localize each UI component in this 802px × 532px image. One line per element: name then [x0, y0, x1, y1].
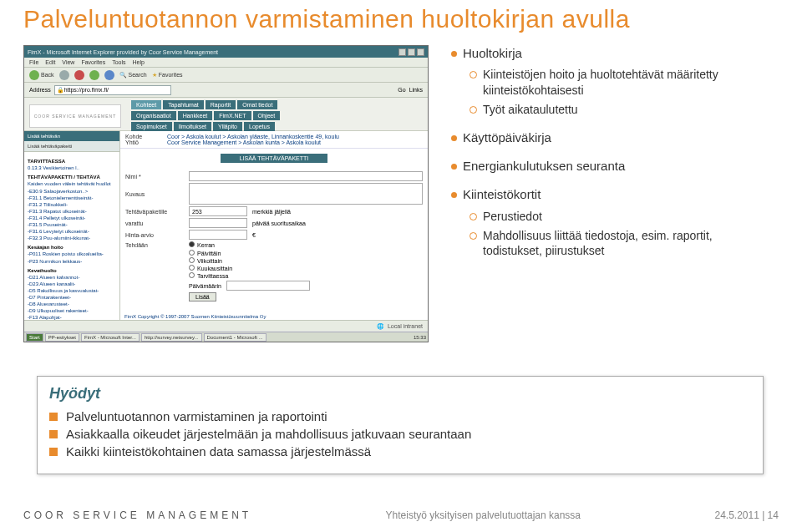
close-icon[interactable]: [417, 48, 424, 56]
back-button[interactable]: Back: [29, 70, 54, 80]
sidebar-item[interactable]: -F31.6 Levytetyt ulkoseinät-: [28, 228, 116, 235]
merkkia-input[interactable]: 253: [189, 206, 247, 216]
nimi-label: Nimi *: [125, 174, 184, 180]
nav-organisaatiot[interactable]: Organisaatiot: [131, 111, 176, 120]
bullet-energiankulutus: Energiankulutuksen seuranta: [451, 158, 785, 175]
varattu-input[interactable]: [189, 218, 247, 228]
nav-tapahtumat[interactable]: Tapahtumat: [163, 100, 204, 109]
kuvaus-label: Kuvaus: [125, 191, 184, 197]
stop-button[interactable]: [74, 70, 84, 80]
bullet-ring-icon: [470, 232, 477, 240]
footer-date-page: 24.5.2011 | 14: [714, 509, 779, 521]
nav-ilmoitukset[interactable]: Ilmoitukset: [174, 122, 211, 131]
sidebar-item[interactable]: -F31.4 Pelletyt ulkoseinät-: [28, 215, 116, 221]
sidebar-item[interactable]: -P23 Nurmikon leikkaus-: [28, 258, 116, 265]
sidebar-item[interactable]: -D21 Alueen kalvannot-: [28, 274, 116, 281]
refresh-button[interactable]: [89, 70, 99, 80]
paketille-label: Tehtäväpaketille: [125, 209, 184, 215]
sidebar-item[interactable]: -P011 Roskien poisto ulkoalueilta-: [28, 251, 116, 257]
sidebar-item[interactable]: -F31.3 Rapatut ulkoseinät-: [28, 208, 116, 215]
yhtio-value[interactable]: Coor Service Management > Askolan kunta …: [167, 139, 321, 145]
taskbar-item[interactable]: http://survey.netsurvey...: [141, 333, 201, 342]
home-button[interactable]: [104, 70, 114, 80]
add-package-button[interactable]: LISÄÄ TEHTÄVÄPAKETTI: [221, 154, 327, 163]
window-controls: [398, 48, 424, 56]
links-label[interactable]: Links: [409, 87, 423, 93]
menu-file[interactable]: File: [29, 59, 38, 65]
address-input[interactable]: 🔒https://pro.fimx.fi/: [54, 85, 171, 95]
sb-head-kesaajan: Kesäajan hoito: [28, 244, 116, 251]
nav-lopetus[interactable]: Lopetus: [244, 122, 275, 131]
go-button[interactable]: Go: [398, 87, 405, 93]
breadcrumb: KohdeCoor > Askola koulut > Askolan yläa…: [120, 131, 428, 149]
menu-view[interactable]: View: [62, 59, 74, 65]
forward-button[interactable]: [59, 70, 69, 80]
sidebar-item[interactable]: -F31.5 Puuseinät-: [28, 221, 116, 228]
sidebar-item[interactable]: -F32.3 Puu-alumiini-ikkunat-: [28, 235, 116, 241]
window-titlebar: FimX - Microsoft Internet Explorer provi…: [24, 46, 428, 58]
sidebar-item[interactable]: -F31.2 Tiilisokkeli-: [28, 201, 116, 208]
sub-bullet: Kiinteistöjen hoito ja huoltotehtävät mä…: [451, 67, 785, 99]
menu-help[interactable]: Help: [133, 59, 145, 65]
menu-tools[interactable]: Tools: [112, 59, 125, 65]
nav-kohteet[interactable]: Kohteet: [131, 100, 161, 109]
nav-ohjeet[interactable]: Ohjeet: [253, 111, 281, 120]
search-button[interactable]: 🔍Search: [119, 72, 147, 79]
maximize-icon[interactable]: [408, 48, 415, 56]
kohde-value[interactable]: Coor > Askola koulut > Askolan yläaste, …: [167, 134, 339, 139]
sidebar-item[interactable]: -D8 Aluevarusteet-: [28, 301, 116, 307]
sidebar-item[interactable]: -D5 Rakollisuus ja kasvualustat-: [28, 287, 116, 294]
hinta-unit: €: [252, 232, 256, 238]
star-icon: ★: [152, 72, 157, 79]
sidebar-tab-lisaa-tehtavan[interactable]: Lisää tehtävän: [24, 131, 119, 141]
sidebar-tab-lisaa-tehtavapaketti[interactable]: Lisää tehtäväpaketti: [24, 141, 119, 152]
minimize-icon[interactable]: [398, 48, 406, 56]
form: Nimi * Kuvaus Tehtäväpaketille253merkkiä…: [120, 168, 428, 305]
benefits-item: Kaikki kiinteistökohtainen data samassa …: [49, 444, 751, 459]
sidebar-item[interactable]: -F31.1 Betonielementtiseinät-: [28, 195, 116, 201]
radio-tarvittaessa[interactable]: [189, 272, 195, 278]
menu-bar: File Edit View Favorites Tools Help: [24, 58, 428, 68]
sidebar-item[interactable]: -D23 Alueen kanaalit-: [28, 281, 116, 287]
nav-omat-tiedot[interactable]: Omat tiedot: [237, 100, 277, 109]
sidebar-item[interactable]: 0.13.3 Vesikiertoinen l..: [28, 165, 116, 171]
radio-kerran[interactable]: [189, 241, 195, 247]
kuvaus-textarea[interactable]: [189, 183, 423, 205]
nav-yllapito[interactable]: Ylläpito: [213, 122, 242, 131]
start-button[interactable]: Start: [26, 333, 43, 342]
taskbar-item[interactable]: Document1 - Microsoft ...: [204, 333, 266, 342]
logo: COOR SERVICE MANAGEMENT: [29, 104, 121, 128]
bullet-kiinteistokortit: Kiinteistökortit: [451, 186, 785, 203]
nav-raportit[interactable]: Raportit: [206, 100, 236, 109]
merkkia-unit: merkkiä jäljellä: [252, 209, 291, 215]
back-arrow-icon: [29, 70, 39, 80]
paivamaarin-label: Päivämäärin: [189, 283, 221, 289]
nav-fimxnet[interactable]: FimX.NET: [214, 111, 251, 120]
lisaa-button[interactable]: Lisää: [189, 292, 216, 301]
hinta-input[interactable]: [189, 230, 247, 240]
menu-favorites[interactable]: Favorites: [81, 59, 105, 65]
bullets-column: Huoltokirja Kiinteistöjen hoito ja huolt…: [451, 45, 785, 271]
taskbar-item[interactable]: FimX - Microsoft Inter...: [81, 333, 140, 342]
bullet-ring-icon: [470, 106, 477, 114]
main-nav: Kohteet Tapahtumat Raportit Omat tiedot …: [131, 100, 280, 131]
paivamaarin-input[interactable]: [226, 281, 310, 291]
taskbar-item[interactable]: PP-esitykset: [45, 333, 79, 342]
varattu-label: varattu: [125, 220, 184, 226]
radio-paivittain[interactable]: [189, 250, 195, 256]
nav-hankkeet[interactable]: Hankkeet: [178, 111, 213, 120]
sidebar-item[interactable]: -D9 Ulkopuoliset rakenteet-: [28, 307, 116, 314]
sub-bullet: Työt aikataulutettu: [451, 102, 785, 118]
radio-viikoittain[interactable]: [189, 257, 195, 263]
radio-kuukausittain[interactable]: [189, 265, 195, 271]
nimi-input[interactable]: [189, 171, 423, 181]
bullet-dot-icon: [451, 51, 457, 57]
bullet-ring-icon: [470, 71, 477, 79]
sidebar-item[interactable]: Kaiden vuoden välein tehtävät huollot: [28, 180, 116, 187]
sidebar-item[interactable]: -D7 Pintarakenteet-: [28, 294, 116, 301]
favorites-button[interactable]: ★Favorites: [152, 72, 183, 79]
sidebar-item[interactable]: -E30.9 Salaojaverkoston..>: [28, 188, 116, 195]
menu-edit[interactable]: Edit: [45, 59, 55, 65]
sidebar-list: TARVITTAESSA 0.13.3 Vesikiertoinen l.. T…: [24, 152, 119, 324]
nav-sopimukset[interactable]: Sopimukset: [131, 122, 172, 131]
